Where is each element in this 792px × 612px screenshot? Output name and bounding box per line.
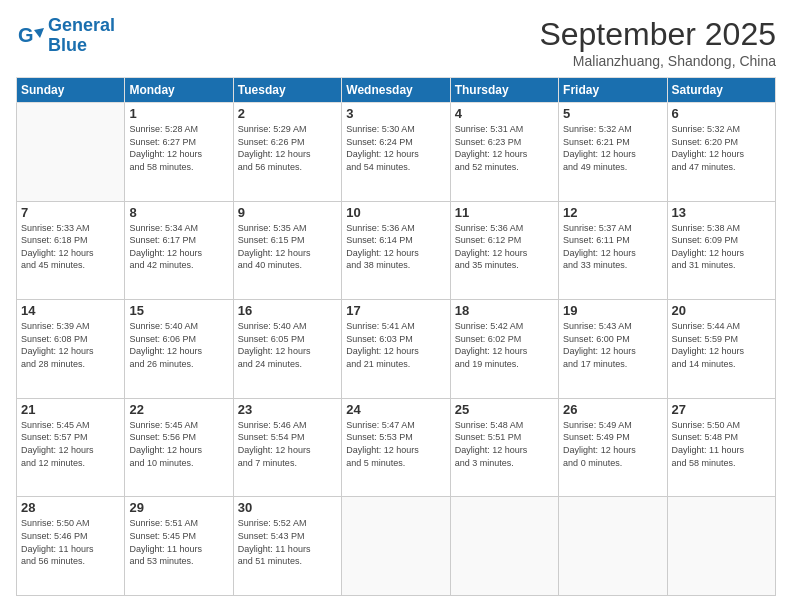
day-info: Sunrise: 5:30 AMSunset: 6:24 PMDaylight:… xyxy=(346,123,445,173)
day-cell xyxy=(559,497,667,596)
day-cell: 3Sunrise: 5:30 AMSunset: 6:24 PMDaylight… xyxy=(342,103,450,202)
day-number: 14 xyxy=(21,303,120,318)
day-cell: 13Sunrise: 5:38 AMSunset: 6:09 PMDayligh… xyxy=(667,201,775,300)
logo-icon: G xyxy=(16,22,44,50)
weekday-header-monday: Monday xyxy=(125,78,233,103)
day-cell: 27Sunrise: 5:50 AMSunset: 5:48 PMDayligh… xyxy=(667,398,775,497)
day-number: 26 xyxy=(563,402,662,417)
day-cell: 16Sunrise: 5:40 AMSunset: 6:05 PMDayligh… xyxy=(233,300,341,399)
week-row-1: 1Sunrise: 5:28 AMSunset: 6:27 PMDaylight… xyxy=(17,103,776,202)
day-cell: 9Sunrise: 5:35 AMSunset: 6:15 PMDaylight… xyxy=(233,201,341,300)
week-row-5: 28Sunrise: 5:50 AMSunset: 5:46 PMDayligh… xyxy=(17,497,776,596)
day-cell: 6Sunrise: 5:32 AMSunset: 6:20 PMDaylight… xyxy=(667,103,775,202)
day-number: 3 xyxy=(346,106,445,121)
day-cell xyxy=(450,497,558,596)
day-info: Sunrise: 5:39 AMSunset: 6:08 PMDaylight:… xyxy=(21,320,120,370)
day-cell: 18Sunrise: 5:42 AMSunset: 6:02 PMDayligh… xyxy=(450,300,558,399)
day-info: Sunrise: 5:28 AMSunset: 6:27 PMDaylight:… xyxy=(129,123,228,173)
day-cell: 14Sunrise: 5:39 AMSunset: 6:08 PMDayligh… xyxy=(17,300,125,399)
day-number: 20 xyxy=(672,303,771,318)
logo-general: General xyxy=(48,15,115,35)
day-cell: 17Sunrise: 5:41 AMSunset: 6:03 PMDayligh… xyxy=(342,300,450,399)
day-info: Sunrise: 5:47 AMSunset: 5:53 PMDaylight:… xyxy=(346,419,445,469)
day-info: Sunrise: 5:44 AMSunset: 5:59 PMDaylight:… xyxy=(672,320,771,370)
day-number: 18 xyxy=(455,303,554,318)
day-info: Sunrise: 5:36 AMSunset: 6:12 PMDaylight:… xyxy=(455,222,554,272)
day-cell: 4Sunrise: 5:31 AMSunset: 6:23 PMDaylight… xyxy=(450,103,558,202)
day-info: Sunrise: 5:52 AMSunset: 5:43 PMDaylight:… xyxy=(238,517,337,567)
day-number: 28 xyxy=(21,500,120,515)
day-cell: 7Sunrise: 5:33 AMSunset: 6:18 PMDaylight… xyxy=(17,201,125,300)
day-cell: 22Sunrise: 5:45 AMSunset: 5:56 PMDayligh… xyxy=(125,398,233,497)
day-info: Sunrise: 5:46 AMSunset: 5:54 PMDaylight:… xyxy=(238,419,337,469)
day-cell xyxy=(667,497,775,596)
weekday-header-tuesday: Tuesday xyxy=(233,78,341,103)
location-subtitle: Malianzhuang, Shandong, China xyxy=(539,53,776,69)
day-cell: 25Sunrise: 5:48 AMSunset: 5:51 PMDayligh… xyxy=(450,398,558,497)
day-info: Sunrise: 5:36 AMSunset: 6:14 PMDaylight:… xyxy=(346,222,445,272)
svg-text:G: G xyxy=(18,24,34,46)
day-number: 12 xyxy=(563,205,662,220)
week-row-2: 7Sunrise: 5:33 AMSunset: 6:18 PMDaylight… xyxy=(17,201,776,300)
day-info: Sunrise: 5:29 AMSunset: 6:26 PMDaylight:… xyxy=(238,123,337,173)
header: G General Blue September 2025 Malianzhua… xyxy=(16,16,776,69)
day-info: Sunrise: 5:38 AMSunset: 6:09 PMDaylight:… xyxy=(672,222,771,272)
day-number: 8 xyxy=(129,205,228,220)
week-row-4: 21Sunrise: 5:45 AMSunset: 5:57 PMDayligh… xyxy=(17,398,776,497)
day-number: 27 xyxy=(672,402,771,417)
day-info: Sunrise: 5:32 AMSunset: 6:20 PMDaylight:… xyxy=(672,123,771,173)
day-info: Sunrise: 5:51 AMSunset: 5:45 PMDaylight:… xyxy=(129,517,228,567)
day-number: 24 xyxy=(346,402,445,417)
day-cell: 15Sunrise: 5:40 AMSunset: 6:06 PMDayligh… xyxy=(125,300,233,399)
day-number: 5 xyxy=(563,106,662,121)
day-info: Sunrise: 5:40 AMSunset: 6:05 PMDaylight:… xyxy=(238,320,337,370)
week-row-3: 14Sunrise: 5:39 AMSunset: 6:08 PMDayligh… xyxy=(17,300,776,399)
day-cell: 10Sunrise: 5:36 AMSunset: 6:14 PMDayligh… xyxy=(342,201,450,300)
day-info: Sunrise: 5:31 AMSunset: 6:23 PMDaylight:… xyxy=(455,123,554,173)
day-cell: 24Sunrise: 5:47 AMSunset: 5:53 PMDayligh… xyxy=(342,398,450,497)
logo: G General Blue xyxy=(16,16,115,56)
day-number: 17 xyxy=(346,303,445,318)
day-number: 23 xyxy=(238,402,337,417)
day-cell: 23Sunrise: 5:46 AMSunset: 5:54 PMDayligh… xyxy=(233,398,341,497)
month-title: September 2025 xyxy=(539,16,776,53)
day-info: Sunrise: 5:41 AMSunset: 6:03 PMDaylight:… xyxy=(346,320,445,370)
day-info: Sunrise: 5:43 AMSunset: 6:00 PMDaylight:… xyxy=(563,320,662,370)
day-info: Sunrise: 5:32 AMSunset: 6:21 PMDaylight:… xyxy=(563,123,662,173)
day-number: 10 xyxy=(346,205,445,220)
logo-blue: Blue xyxy=(48,35,87,55)
day-cell: 29Sunrise: 5:51 AMSunset: 5:45 PMDayligh… xyxy=(125,497,233,596)
day-info: Sunrise: 5:50 AMSunset: 5:48 PMDaylight:… xyxy=(672,419,771,469)
day-info: Sunrise: 5:45 AMSunset: 5:57 PMDaylight:… xyxy=(21,419,120,469)
day-number: 6 xyxy=(672,106,771,121)
day-cell xyxy=(342,497,450,596)
weekday-header-row: SundayMondayTuesdayWednesdayThursdayFrid… xyxy=(17,78,776,103)
day-info: Sunrise: 5:35 AMSunset: 6:15 PMDaylight:… xyxy=(238,222,337,272)
day-info: Sunrise: 5:40 AMSunset: 6:06 PMDaylight:… xyxy=(129,320,228,370)
day-number: 16 xyxy=(238,303,337,318)
day-number: 30 xyxy=(238,500,337,515)
day-number: 22 xyxy=(129,402,228,417)
day-info: Sunrise: 5:50 AMSunset: 5:46 PMDaylight:… xyxy=(21,517,120,567)
weekday-header-friday: Friday xyxy=(559,78,667,103)
day-cell: 5Sunrise: 5:32 AMSunset: 6:21 PMDaylight… xyxy=(559,103,667,202)
logo-text: General Blue xyxy=(48,16,115,56)
day-info: Sunrise: 5:42 AMSunset: 6:02 PMDaylight:… xyxy=(455,320,554,370)
weekday-header-saturday: Saturday xyxy=(667,78,775,103)
day-number: 7 xyxy=(21,205,120,220)
day-cell: 20Sunrise: 5:44 AMSunset: 5:59 PMDayligh… xyxy=(667,300,775,399)
day-number: 25 xyxy=(455,402,554,417)
day-info: Sunrise: 5:48 AMSunset: 5:51 PMDaylight:… xyxy=(455,419,554,469)
day-number: 29 xyxy=(129,500,228,515)
weekday-header-sunday: Sunday xyxy=(17,78,125,103)
day-number: 15 xyxy=(129,303,228,318)
day-number: 4 xyxy=(455,106,554,121)
day-number: 1 xyxy=(129,106,228,121)
day-number: 19 xyxy=(563,303,662,318)
day-number: 9 xyxy=(238,205,337,220)
day-info: Sunrise: 5:37 AMSunset: 6:11 PMDaylight:… xyxy=(563,222,662,272)
day-info: Sunrise: 5:34 AMSunset: 6:17 PMDaylight:… xyxy=(129,222,228,272)
day-number: 13 xyxy=(672,205,771,220)
day-cell: 2Sunrise: 5:29 AMSunset: 6:26 PMDaylight… xyxy=(233,103,341,202)
day-info: Sunrise: 5:45 AMSunset: 5:56 PMDaylight:… xyxy=(129,419,228,469)
